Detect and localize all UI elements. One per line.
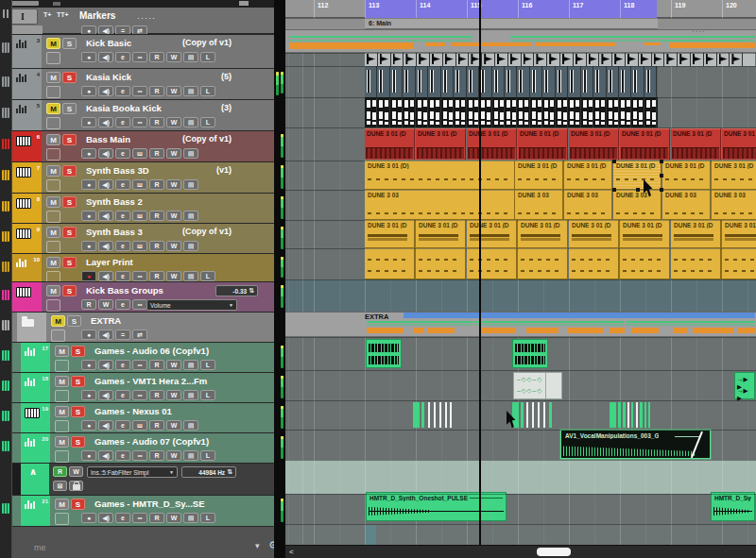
- insert-bypass-button[interactable]: ∞: [132, 52, 147, 62]
- channel-edit-button[interactable]: e: [115, 513, 130, 523]
- mute-button[interactable]: M: [46, 285, 60, 296]
- audio-event-games-06[interactable]: [366, 339, 402, 368]
- read-automation-button[interactable]: R: [149, 179, 164, 190]
- channel-strip-button[interactable]: ▤: [183, 420, 198, 431]
- record-button[interactable]: ●: [81, 179, 96, 190]
- write-automation-button[interactable]: W: [166, 390, 181, 400]
- extra-folder-lane[interactable]: EXTRA: [285, 312, 756, 337]
- midi-event-synth[interactable]: [569, 248, 619, 279]
- channel-edit-button[interactable]: e: [115, 390, 130, 400]
- midi-event-synth[interactable]: [467, 248, 517, 279]
- kasia-booka-kick-lane[interactable]: [365, 97, 658, 127]
- channel-edit-button[interactable]: e: [115, 179, 130, 190]
- equal-button[interactable]: =: [115, 330, 130, 340]
- record-button[interactable]: ●: [81, 450, 96, 461]
- instrument-button[interactable]: ш: [132, 241, 147, 251]
- track-header[interactable]: 8MSSynth Bass 2●◀)eшRW▤: [12, 193, 274, 223]
- write-automation-button[interactable]: W: [69, 466, 83, 477]
- read-automation-button[interactable]: R: [149, 450, 164, 461]
- horizontal-scrollbar[interactable]: <: [285, 545, 756, 558]
- kick-basic-lane[interactable]: [365, 53, 755, 66]
- channel-strip-button[interactable]: ▤: [183, 211, 198, 221]
- instrument-button[interactable]: ш: [132, 211, 147, 221]
- channel-edit-button[interactable]: e: [115, 271, 130, 281]
- audio-event-hmtr[interactable]: HMTR_D_Synth_Oneshot_PULSE: [366, 492, 507, 521]
- track-header[interactable]: 7MSSynth Bass 3D(v1)●◀)eшRW▤: [12, 161, 274, 193]
- solo-button[interactable]: S: [62, 196, 77, 208]
- midi-event-synth[interactable]: DUNE 3 03: [564, 190, 612, 220]
- midi-event-synth[interactable]: DUNE 3 03: [365, 190, 515, 220]
- listen-button[interactable]: L: [200, 390, 215, 400]
- mute-button[interactable]: M: [46, 103, 60, 114]
- solo-button[interactable]: S: [62, 285, 77, 296]
- midi-event-synth[interactable]: DUNE 3 01 (D: [722, 220, 756, 248]
- midi-event-bass-main[interactable]: DUNE 3 01 (D: [620, 128, 670, 160]
- midi-event-synth[interactable]: DUNE 3 01 (D: [671, 220, 721, 248]
- midi-event-synth[interactable]: DUNE 3 01 (D: [569, 220, 619, 248]
- selection-handle[interactable]: [612, 188, 616, 192]
- channel-edit-button[interactable]: e: [115, 241, 130, 251]
- audio-event-av1-selected[interactable]: AV1_VocalManipulations_003_G: [560, 430, 711, 459]
- channel-edit-button[interactable]: e: [115, 86, 130, 96]
- record-button[interactable]: ●: [81, 117, 96, 127]
- group-gain-value-box[interactable]: -0.33⇅: [215, 285, 258, 296]
- scrollbar-thumb[interactable]: [537, 548, 571, 556]
- midi-event-bass-main[interactable]: DUNE 3 01 (D: [518, 128, 568, 160]
- channel-strip-button[interactable]: ▤: [183, 390, 198, 400]
- lock-button[interactable]: [69, 481, 83, 491]
- selection-handle[interactable]: [660, 174, 663, 178]
- remove-parameter-button[interactable]: ⊠: [53, 481, 67, 491]
- audio-event-games-06[interactable]: [512, 339, 548, 368]
- track-header[interactable]: 20MSGames - Audio 07 (Copfv1)●◀)e∞RW▤L: [12, 432, 274, 463]
- record-button[interactable]: ●: [81, 390, 96, 400]
- solo-button[interactable]: S: [71, 436, 85, 448]
- midi-event-bass-main[interactable]: DUNE 3 01 (D: [365, 128, 415, 160]
- write-automation-button[interactable]: W: [166, 360, 181, 370]
- insert-bypass-button[interactable]: ∞: [132, 86, 147, 96]
- monitor-button[interactable]: ◀): [98, 450, 113, 461]
- listen-button[interactable]: L: [200, 360, 215, 370]
- instrument-button[interactable]: ш: [132, 420, 147, 431]
- track-header[interactable]: MSEXTRA●◀)=⇄: [12, 312, 274, 342]
- channel-strip-button[interactable]: ▤: [183, 241, 198, 251]
- midi-part-nexus[interactable]: [413, 402, 456, 428]
- monitor-button[interactable]: ◀): [98, 360, 113, 370]
- selection-handle[interactable]: [660, 188, 663, 192]
- mute-button[interactable]: M: [46, 165, 60, 177]
- midi-event-synth[interactable]: DUNE 3 01 (D: [712, 161, 756, 190]
- channel-edit-button[interactable]: e: [115, 211, 130, 221]
- write-automation-button[interactable]: W: [166, 211, 181, 221]
- record-button[interactable]: ●: [81, 148, 96, 159]
- audio-event-hmtr[interactable]: HMTR_D_Sy: [711, 492, 755, 521]
- mute-button[interactable]: M: [46, 227, 60, 238]
- read-automation-button[interactable]: R: [149, 241, 164, 251]
- record-button[interactable]: ●: [81, 420, 96, 431]
- solo-button[interactable]: S: [62, 72, 77, 83]
- solo-button[interactable]: S: [62, 165, 77, 177]
- track-header[interactable]: 6MSBass Main(Copy of v1)●◀)eшRW▤: [12, 130, 274, 161]
- shuffle-button[interactable]: ⇄: [132, 330, 147, 340]
- listen-button[interactable]: L: [200, 86, 215, 96]
- midi-event-synth[interactable]: [365, 248, 415, 279]
- automation-value-box[interactable]: 44984 Hz⇅: [181, 466, 236, 478]
- read-automation-button[interactable]: R: [149, 148, 164, 159]
- midi-event-synth[interactable]: [620, 248, 670, 279]
- read-automation-button[interactable]: R: [53, 466, 67, 477]
- channel-strip-button[interactable]: ▤: [183, 271, 198, 281]
- selection-handle[interactable]: [636, 188, 640, 192]
- write-automation-button[interactable]: W: [166, 86, 181, 96]
- solo-button[interactable]: S: [71, 376, 85, 387]
- midi-event-synth[interactable]: DUNE 3 03: [613, 190, 662, 220]
- mute-button[interactable]: M: [46, 134, 60, 145]
- midi-event-bass-main[interactable]: DUNE 3 01 (D: [569, 128, 619, 160]
- midi-event-synth[interactable]: DUNE 3 01 (D: [564, 161, 612, 190]
- solo-button[interactable]: S: [71, 346, 85, 357]
- collapse-caret-icon[interactable]: ▾: [255, 541, 260, 550]
- insert-bypass-button[interactable]: ∞: [132, 390, 147, 400]
- monitor-button[interactable]: ◀): [98, 179, 113, 190]
- channel-edit-button[interactable]: e: [115, 420, 130, 431]
- midi-event-bass-main[interactable]: DUNE 3 01 (D: [671, 128, 721, 160]
- audio-event-vmt1-green[interactable]: →▶ ▶→▶ ▶: [734, 372, 755, 399]
- channel-strip-button[interactable]: ▤: [183, 86, 198, 96]
- midi-event-synth[interactable]: DUNE 3 01 (D: [416, 220, 466, 248]
